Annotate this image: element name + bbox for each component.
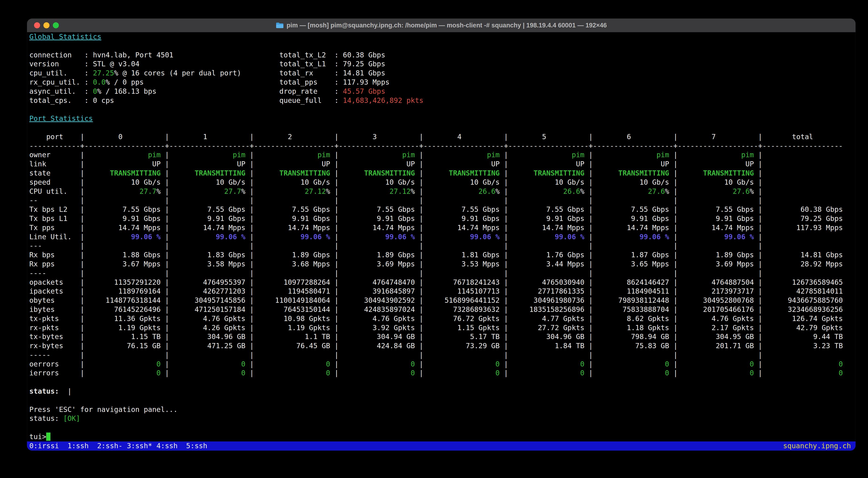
cell-value: 0 <box>339 369 415 377</box>
cell-value: 9.91 Gbps <box>85 214 161 223</box>
cell-value: 1835158256896 <box>508 305 584 313</box>
port-table-row-obytes: obytes | 1148776318144 | 304957145856 | … <box>29 296 853 305</box>
cell-value: 4.76 Gpkts <box>339 314 415 322</box>
cell-value: 3.69 Mpps <box>678 260 754 268</box>
row-label: speed | <box>29 178 85 186</box>
cell-value: 7.55 Gbps <box>593 205 669 213</box>
cell-value: 76.72 Gpkts <box>424 314 500 322</box>
cell-value: 14.74 Mpps <box>339 224 415 232</box>
cell-value: 27.12 <box>339 187 411 196</box>
row-label: Tx pps | <box>29 224 85 232</box>
cell-value: 3916845897 <box>339 287 415 295</box>
cell-value: 304961980736 <box>508 296 584 304</box>
cell-value: 9.91 Gbps <box>678 214 754 223</box>
cell-value: 7.55 Gbps <box>169 205 245 213</box>
cell-value: pim <box>593 151 669 159</box>
cell-value: 73286893632 <box>424 305 500 313</box>
total-value: 79.25 Gbps <box>763 214 843 223</box>
cell-value: 3.68 Mpps <box>254 260 330 268</box>
row-label: Line Util. | <box>29 233 85 241</box>
global-stat-value: hvn4.lab, Port 4501 <box>93 51 174 59</box>
cell-value: 304.95 GB <box>678 333 754 341</box>
cell-value: 3.65 Mpps <box>593 260 669 268</box>
global-statistics-heading: Global Statistics <box>29 32 853 41</box>
total-value: 126736589465 <box>763 278 843 286</box>
global-stat-value: 60.38 Gbps <box>343 51 385 59</box>
cell-value: 10.98 Gpkts <box>254 314 330 322</box>
row-label: rx-bytes | <box>29 342 85 350</box>
cell-value: 1.19 Gpkts <box>85 323 161 332</box>
blank-row <box>29 423 853 432</box>
cell-value: TRANSMITTING <box>508 169 584 177</box>
status-ok-label: status: <box>29 414 63 422</box>
cell-value: 4.77 Gpkts <box>508 314 584 322</box>
global-stats-row-rx-cpu-util: rx_cpu_util. : 0.0% / 0 pps total_pps : … <box>29 78 853 87</box>
global-stat-value: 27.25 <box>93 69 114 77</box>
port-table-row-opackets: opackets | 11357291220 | 4764955397 | 10… <box>29 278 853 287</box>
total-value: 126.74 Gpkts <box>763 314 843 322</box>
cell-value: 0 <box>678 369 754 377</box>
row-label: ierrors | <box>29 369 85 377</box>
cell-value: 798938112448 <box>593 296 669 304</box>
row-label: ibytes | <box>29 305 85 313</box>
cell-value: TRANSMITTING <box>678 169 754 177</box>
cell-value: 26.6 <box>508 187 580 196</box>
cell-value: pim <box>254 151 330 159</box>
cell-value: 9.91 Gbps <box>254 214 330 223</box>
global-stat-label: version : <box>29 60 93 68</box>
screen-hostname: squanchy.ipng.ch <box>783 441 851 451</box>
cell-value: 0 <box>424 360 500 368</box>
row-label: Rx bps | <box>29 251 85 259</box>
cell-value: UP <box>339 160 415 168</box>
cell-value: 1.18 Gpkts <box>593 323 669 332</box>
cell-value: 424835897024 <box>339 305 415 313</box>
cell-value: 27.6 <box>678 187 749 196</box>
cell-value: 201.71 GB <box>678 342 754 350</box>
cell-value: 75.83 GB <box>593 342 669 350</box>
global-stat-value: % @ 16 cores (4 per dual port) <box>114 69 241 77</box>
port-statistics-heading: Port Statistics <box>29 114 853 123</box>
global-stats-row-cpu-util: cpu_util. : 27.25% @ 16 cores (4 per dua… <box>29 69 853 78</box>
cell-value: 1.1 TB <box>254 333 330 341</box>
cell-value: 9.91 Gbps <box>593 214 669 223</box>
cell-value: 1145107713 <box>424 287 500 295</box>
folder-icon <box>276 22 284 29</box>
cell-value: 3.67 Mpps <box>85 260 161 268</box>
cell-value: 1148776318144 <box>85 296 161 304</box>
row-label: tx-pkts | <box>29 314 85 322</box>
total-value <box>763 151 843 159</box>
minimize-button[interactable] <box>43 22 50 28</box>
cell-value: 4764748470 <box>339 278 415 286</box>
cell-value: 1.87 Gbps <box>593 251 669 259</box>
terminal-screen[interactable]: Global Statistics connection : hvn4.lab,… <box>27 32 856 451</box>
close-button[interactable] <box>34 22 40 28</box>
global-stat-value: 0 <box>93 87 97 95</box>
total-value: 3234668936256 <box>763 305 843 313</box>
row-label: ipackets | <box>29 287 85 295</box>
cell-value: 424.84 GB <box>339 342 415 350</box>
tui-prompt-row[interactable]: tui> <box>29 432 853 441</box>
global-stat-label: total_cps. : <box>29 96 93 104</box>
total-value: 9436675885760 <box>763 296 843 304</box>
row-label: link | <box>29 160 85 168</box>
port-table-row-rx-pps: Rx pps | 3.67 Mpps | 3.58 Mpps | 3.68 Mp… <box>29 260 853 269</box>
cell-value: 0 <box>508 360 584 368</box>
port-table-rule: ------------+-------------------+-------… <box>29 141 853 151</box>
cell-value: 14.74 Mpps <box>508 224 584 232</box>
cell-value: 75833888704 <box>593 305 669 313</box>
cell-value: 76718241243 <box>424 278 500 286</box>
cell-value: 76.15 GB <box>85 342 161 350</box>
cell-value: 0 <box>593 369 669 377</box>
cell-value: pim <box>424 151 500 159</box>
cell-value: 0 <box>254 360 330 368</box>
cell-value: 99.06 % <box>339 233 415 241</box>
blank-row <box>29 378 853 387</box>
cell-value: 99.06 % <box>593 233 669 241</box>
terminal-cursor[interactable] <box>46 433 51 441</box>
status-spinner-row: status: | <box>29 387 853 396</box>
zoom-button[interactable] <box>53 22 59 28</box>
cell-value: 1194580471 <box>254 287 330 295</box>
cell-value: 1100149184064 <box>254 296 330 304</box>
cell-value: 7.55 Gbps <box>678 205 754 213</box>
cell-value: 14.74 Mpps <box>254 224 330 232</box>
